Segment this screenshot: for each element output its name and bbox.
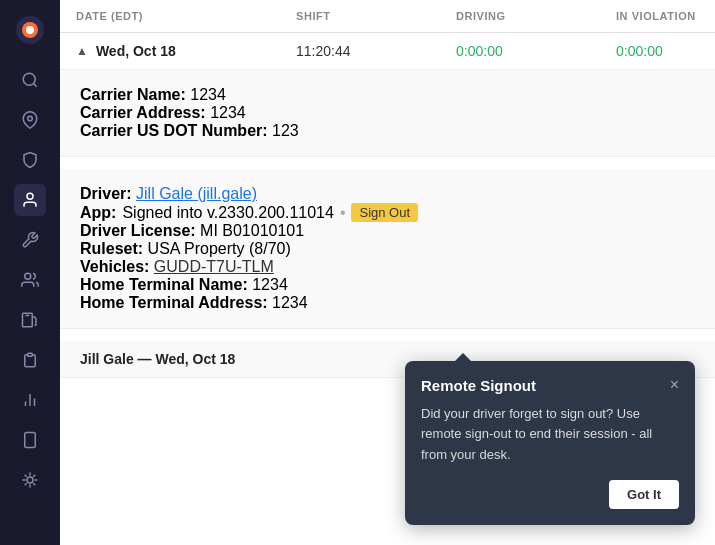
home-terminal-address-row: Home Terminal Address: 1234 <box>80 294 695 312</box>
table-row[interactable]: ▲ Wed, Oct 18 11:20:44 0:00:00 0:00:00 <box>60 33 715 70</box>
home-terminal-row: Home Terminal Name: 1234 <box>80 276 695 294</box>
carrier-dot-label: Carrier US DOT Number: <box>80 122 268 139</box>
date-value: Wed, Oct 18 <box>96 43 176 59</box>
date-column-header: DATE (EDT) <box>76 10 296 22</box>
shield-sidebar-icon[interactable] <box>14 144 46 176</box>
carrier-address-label: Carrier Address: <box>80 104 206 121</box>
svg-line-5 <box>33 83 36 86</box>
home-terminal-address-value: 1234 <box>272 294 308 311</box>
shift-cell: 11:20:44 <box>296 43 456 59</box>
vehicles-label: Vehicles: <box>80 258 149 275</box>
license-value: MI B01010101 <box>200 222 304 239</box>
bug-sidebar-icon[interactable] <box>14 464 46 496</box>
table-header: DATE (EDT) SHIFT DRIVING IN VIOLATION <box>60 0 715 33</box>
close-icon[interactable]: × <box>670 377 679 393</box>
separator: • <box>340 204 346 222</box>
wrench-sidebar-icon[interactable] <box>14 224 46 256</box>
ruleset-row: Ruleset: USA Property (8/70) <box>80 240 695 258</box>
carrier-name-row: Carrier Name: 1234 <box>80 86 695 104</box>
fuel-sidebar-icon[interactable] <box>14 304 46 336</box>
carrier-address-row: Carrier Address: 1234 <box>80 104 695 122</box>
carrier-dot-row: Carrier US DOT Number: 123 <box>80 122 695 140</box>
driver-sidebar-icon[interactable] <box>14 184 46 216</box>
svg-point-6 <box>28 116 33 121</box>
carrier-name-value: 1234 <box>190 86 226 103</box>
popup-arrow <box>455 353 471 361</box>
carrier-dot-value: 123 <box>272 122 299 139</box>
shift-column-header: SHIFT <box>296 10 456 22</box>
remote-signout-popup: Remote Signout × Did your driver forget … <box>405 361 695 525</box>
app-label: App: <box>80 204 116 222</box>
app-logo[interactable] <box>12 12 48 48</box>
license-label: Driver License: <box>80 222 196 239</box>
svg-point-17 <box>27 477 33 483</box>
phone-sidebar-icon[interactable] <box>14 424 46 456</box>
carrier-address-value: 1234 <box>210 104 246 121</box>
home-terminal-label: Home Terminal Name: <box>80 276 248 293</box>
carrier-info-section: Carrier Name: 1234 Carrier Address: 1234… <box>60 70 715 157</box>
chevron-down-icon[interactable]: ▲ <box>76 44 88 58</box>
violation-cell: 0:00:00 <box>616 43 699 59</box>
driving-cell: 0:00:00 <box>456 43 616 59</box>
svg-point-4 <box>23 73 35 85</box>
popup-header: Remote Signout × <box>421 377 679 394</box>
popup-footer: Got It <box>421 480 679 509</box>
svg-point-7 <box>27 193 33 199</box>
driver-row: Driver: Jill Gale (jill.gale) <box>80 185 695 203</box>
ruleset-value: USA Property (8/70) <box>148 240 291 257</box>
vehicles-row: Vehicles: GUDD-T7U-TLM <box>80 258 695 276</box>
pin-sidebar-icon[interactable] <box>14 104 46 136</box>
ruleset-label: Ruleset: <box>80 240 143 257</box>
app-version-value: Signed into v.2330.200.11014 <box>122 204 333 222</box>
date-cell: ▲ Wed, Oct 18 <box>76 43 296 59</box>
search-sidebar-icon[interactable] <box>14 64 46 96</box>
carrier-name-label: Carrier Name: <box>80 86 186 103</box>
license-row: Driver License: MI B01010101 <box>80 222 695 240</box>
vehicles-link[interactable]: GUDD-T7U-TLM <box>154 258 274 275</box>
sidebar <box>0 0 60 545</box>
home-terminal-value: 1234 <box>252 276 288 293</box>
sign-out-button[interactable]: Sign Out <box>351 203 418 222</box>
driver-label: Driver: <box>80 185 132 202</box>
clipboard-sidebar-icon[interactable] <box>14 344 46 376</box>
popup-title: Remote Signout <box>421 377 536 394</box>
svg-point-3 <box>26 26 34 34</box>
svg-point-8 <box>25 273 31 279</box>
popup-body: Did your driver forget to sign out? Use … <box>421 404 679 466</box>
driver-link[interactable]: Jill Gale (jill.gale) <box>136 185 257 202</box>
app-row: App: Signed into v.2330.200.11014 • Sign… <box>80 203 695 222</box>
chart-sidebar-icon[interactable] <box>14 384 46 416</box>
got-it-button[interactable]: Got It <box>609 480 679 509</box>
driving-column-header: DRIVING <box>456 10 616 22</box>
svg-rect-11 <box>28 353 33 356</box>
violation-column-header: IN VIOLATION <box>616 10 699 22</box>
main-content: DATE (EDT) SHIFT DRIVING IN VIOLATION ▲ … <box>60 0 715 545</box>
people-sidebar-icon[interactable] <box>14 264 46 296</box>
home-terminal-address-label: Home Terminal Address: <box>80 294 268 311</box>
driver-info-section: Driver: Jill Gale (jill.gale) App: Signe… <box>60 169 715 329</box>
